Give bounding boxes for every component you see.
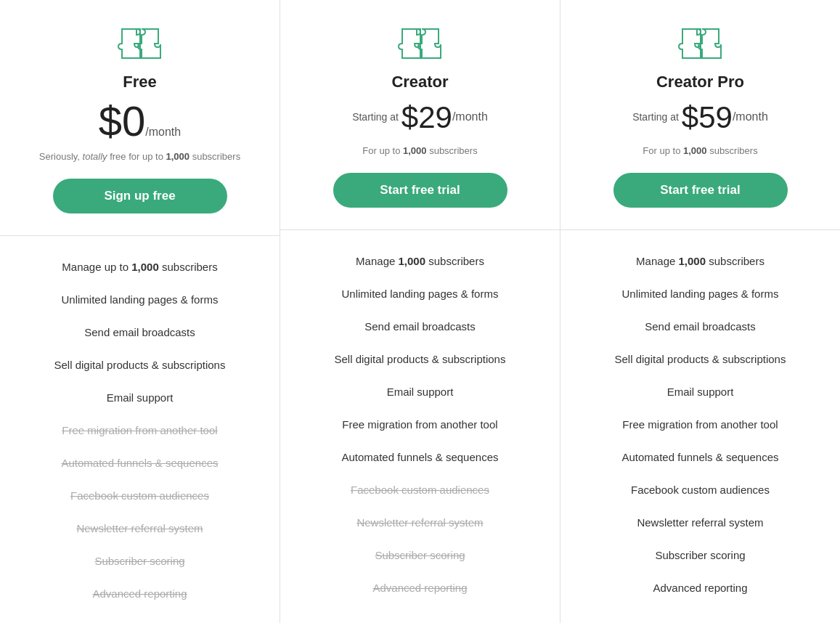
plan-price-block: Starting at $29/month bbox=[352, 100, 488, 137]
feature-item: Advanced reporting bbox=[280, 571, 560, 604]
plan-creator: CreatorStarting at $29/monthFor up to 1,… bbox=[280, 0, 560, 623]
feature-item: Send email broadcasts bbox=[0, 316, 280, 349]
puzzle-icon bbox=[115, 22, 166, 65]
feature-item: Sell digital products & subscriptions bbox=[560, 343, 840, 375]
feature-item: Manage 1,000 subscribers bbox=[560, 245, 840, 277]
plan-features: Manage up to 1,000 subscribersUnlimited … bbox=[0, 236, 280, 624]
puzzle-icon bbox=[395, 22, 446, 65]
plan-subtitle: For up to 1,000 subscribers bbox=[643, 144, 757, 158]
feature-item: Email support bbox=[0, 381, 280, 414]
feature-item: Manage 1,000 subscribers bbox=[280, 245, 560, 277]
starting-at-label: Starting at $29/month bbox=[352, 100, 488, 135]
feature-item: Facebook custom audiences bbox=[0, 479, 280, 512]
feature-item: Send email broadcasts bbox=[280, 310, 560, 343]
pricing-table: Free$0/monthSeriously, totally free for … bbox=[0, 0, 840, 623]
feature-item: Email support bbox=[280, 375, 560, 408]
starting-at-label: Starting at $59/month bbox=[632, 100, 768, 135]
feature-item: Manage up to 1,000 subscribers bbox=[0, 251, 280, 283]
feature-item: Unlimited landing pages & forms bbox=[0, 283, 280, 316]
plan-price-block: $0/month bbox=[99, 100, 181, 142]
plan-free: Free$0/monthSeriously, totally free for … bbox=[0, 0, 280, 623]
plan-name: Free bbox=[123, 73, 156, 91]
feature-item: Subscriber scoring bbox=[0, 545, 280, 577]
feature-item: Free migration from another tool bbox=[0, 414, 280, 447]
feature-item: Email support bbox=[560, 375, 840, 408]
feature-item: Unlimited landing pages & forms bbox=[560, 277, 840, 310]
feature-item: Unlimited landing pages & forms bbox=[280, 277, 560, 310]
price-value: $0 bbox=[99, 100, 146, 142]
feature-item: Free migration from another tool bbox=[560, 408, 840, 441]
plan-creator-pro: Creator ProStarting at $59/monthFor up t… bbox=[560, 0, 840, 623]
feature-item: Automated funnels & sequences bbox=[0, 447, 280, 479]
feature-item: Subscriber scoring bbox=[560, 539, 840, 571]
plan-name: Creator Pro bbox=[656, 73, 744, 91]
feature-item: Newsletter referral system bbox=[280, 506, 560, 539]
feature-item: Newsletter referral system bbox=[0, 512, 280, 545]
cta-button-creator[interactable]: Start free trial bbox=[333, 173, 507, 208]
feature-item: Send email broadcasts bbox=[560, 310, 840, 343]
feature-item: Automated funnels & sequences bbox=[560, 441, 840, 473]
plan-name: Creator bbox=[391, 73, 448, 91]
feature-item: Facebook custom audiences bbox=[560, 473, 840, 506]
feature-item: Automated funnels & sequences bbox=[280, 441, 560, 473]
cta-button-creator-pro[interactable]: Start free trial bbox=[613, 173, 788, 208]
price-row: $0/month bbox=[99, 100, 181, 142]
cta-button-free[interactable]: Sign up free bbox=[53, 179, 227, 213]
price-period: /month bbox=[145, 126, 181, 139]
puzzle-icon bbox=[675, 22, 726, 65]
plan-header-creator: CreatorStarting at $29/monthFor up to 1,… bbox=[280, 0, 560, 230]
feature-item: Newsletter referral system bbox=[560, 506, 840, 539]
feature-item: Advanced reporting bbox=[0, 577, 280, 610]
feature-item: Sell digital products & subscriptions bbox=[0, 349, 280, 381]
plan-subtitle: For up to 1,000 subscribers bbox=[362, 144, 477, 158]
feature-item: Sell digital products & subscriptions bbox=[280, 343, 560, 375]
plan-header-creator-pro: Creator ProStarting at $59/monthFor up t… bbox=[560, 0, 840, 230]
plan-price-block: Starting at $59/month bbox=[632, 100, 768, 137]
plan-header-free: Free$0/monthSeriously, totally free for … bbox=[0, 0, 280, 236]
feature-item: Advanced reporting bbox=[560, 571, 840, 604]
feature-item: Subscriber scoring bbox=[280, 539, 560, 571]
plan-features: Manage 1,000 subscribersUnlimited landin… bbox=[280, 230, 560, 619]
feature-item: Free migration from another tool bbox=[280, 408, 560, 441]
feature-item: Facebook custom audiences bbox=[280, 473, 560, 506]
plan-subtitle: Seriously, totally free for up to 1,000 … bbox=[39, 150, 240, 164]
plan-features: Manage 1,000 subscribersUnlimited landin… bbox=[560, 230, 840, 619]
